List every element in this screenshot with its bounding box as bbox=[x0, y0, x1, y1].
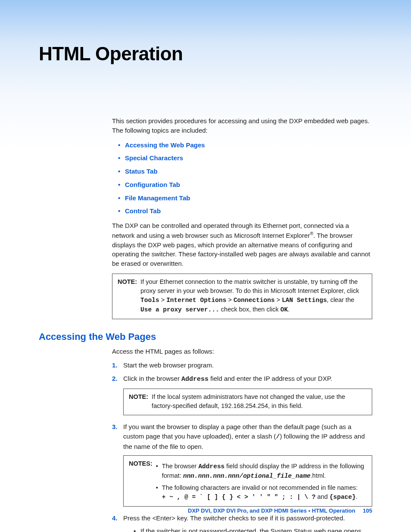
section-content: Access the HTML pages as follows: Start … bbox=[112, 347, 372, 532]
note-body: The browser Address field should display… bbox=[156, 459, 367, 502]
step-1: Start the web browser program. bbox=[112, 361, 372, 370]
step-2: Click in the browser Address field and e… bbox=[112, 374, 372, 415]
toc-list: Accessing the Web Pages Special Characte… bbox=[118, 140, 372, 216]
toc-link-special-characters[interactable]: Special Characters bbox=[118, 153, 372, 163]
toc-link-configuration-tab[interactable]: Configuration Tab bbox=[118, 180, 372, 190]
page-title: HTML Operation bbox=[39, 43, 372, 65]
notes-label: NOTES: bbox=[129, 459, 153, 468]
step-4: Press the <Enter> key. The switcher chec… bbox=[112, 513, 372, 532]
section-intro: Access the HTML pages as follows: bbox=[112, 347, 372, 356]
note-body: If your Ethernet connection to the matri… bbox=[140, 277, 367, 314]
step-4-sub-1: If the switcher is not password-protecte… bbox=[134, 526, 372, 532]
notes-bullet-2: The following characters are invalid or … bbox=[156, 483, 367, 502]
note-box-proxy: NOTE: If your Ethernet connection to the… bbox=[112, 274, 372, 319]
note-box-default-ip: NOTE: If the local system administrators… bbox=[123, 389, 372, 415]
content-block: This section provides procedures for acc… bbox=[112, 116, 372, 319]
note-box-filename: NOTES: The browser Address field should … bbox=[123, 455, 372, 507]
footer-text: DXP DVI, DXP DVI Pro, and DXP HDMI Serie… bbox=[188, 507, 355, 514]
note-body: If the local system administrators have … bbox=[152, 392, 367, 411]
page-footer: DXP DVI, DXP DVI Pro, and DXP HDMI Serie… bbox=[188, 507, 372, 514]
section-heading-accessing: Accessing the Web Pages bbox=[39, 331, 372, 342]
steps-list: Start the web browser program. Click in … bbox=[112, 361, 372, 532]
note-label: NOTE: bbox=[129, 392, 148, 401]
step-4-sublist: If the switcher is not password-protecte… bbox=[134, 526, 372, 532]
notes-bullet-1: The browser Address field should display… bbox=[156, 462, 367, 481]
toc-link-control-tab[interactable]: Control Tab bbox=[118, 206, 372, 216]
toc-link-accessing[interactable]: Accessing the Web Pages bbox=[118, 140, 372, 150]
note-label: NOTE: bbox=[118, 277, 137, 286]
toc-link-file-management-tab[interactable]: File Management Tab bbox=[118, 193, 372, 203]
body-paragraph: The DXP can be controlled and operated t… bbox=[112, 221, 372, 268]
step-3: If you want the browser to display a pag… bbox=[112, 422, 372, 507]
toc-link-status-tab[interactable]: Status Tab bbox=[118, 167, 372, 176]
page-number: 105 bbox=[363, 507, 372, 514]
registered-mark: ® bbox=[310, 231, 313, 236]
intro-paragraph: This section provides procedures for acc… bbox=[112, 116, 372, 135]
